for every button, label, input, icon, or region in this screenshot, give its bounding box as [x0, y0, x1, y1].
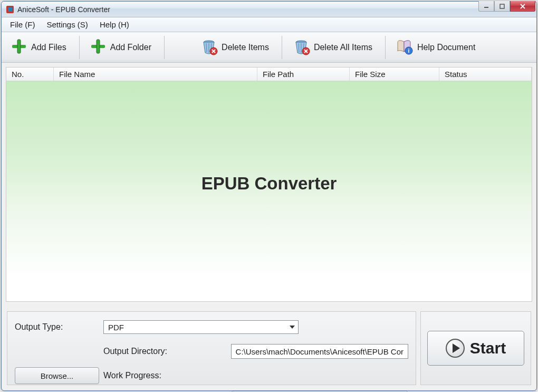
- output-dir-value: C:\Users\mach\Documents\Anicesoft\EPUB C…: [236, 347, 404, 356]
- watermark-text: EPUB Converter: [201, 173, 337, 193]
- output-type-label: Output Type:: [15, 322, 99, 332]
- chevron-down-icon: [290, 326, 295, 329]
- column-file-size[interactable]: File Size: [350, 68, 439, 81]
- main-area: No. File Name File Path File Size Status…: [2, 63, 536, 306]
- add-folder-label: Add Folder: [110, 43, 151, 52]
- output-type-select[interactable]: PDF: [103, 320, 299, 334]
- play-icon: [446, 339, 465, 358]
- svg-text:i: i: [408, 48, 410, 54]
- window-title: AniceSoft - EPUB Converter: [17, 5, 110, 14]
- start-button[interactable]: Start: [427, 331, 524, 366]
- toolbar-separator: [282, 36, 282, 59]
- add-files-button[interactable]: Add Files: [7, 35, 73, 60]
- svg-rect-5: [12, 45, 26, 48]
- maximize-icon: [499, 4, 505, 9]
- help-document-button[interactable]: i Help Document: [392, 35, 482, 60]
- progress-label: Work Progress:: [103, 371, 227, 380]
- menu-file[interactable]: File (F): [5, 18, 41, 31]
- window-controls: [478, 1, 535, 12]
- minimize-icon: [484, 4, 489, 9]
- svg-rect-3: [500, 4, 504, 8]
- column-status[interactable]: Status: [439, 68, 532, 81]
- browse-label: Browse...: [41, 371, 74, 380]
- toolbar-separator: [79, 36, 80, 59]
- toolbar-separator: [164, 36, 165, 59]
- plus-icon: [89, 37, 107, 58]
- add-files-label: Add Files: [31, 43, 66, 52]
- delete-all-label: Delete All Items: [314, 43, 372, 52]
- help-document-label: Help Document: [417, 43, 475, 52]
- svg-rect-2: [484, 7, 488, 8]
- column-file-path[interactable]: File Path: [257, 68, 350, 81]
- plus-icon: [10, 37, 28, 58]
- toolbar-separator: [385, 36, 386, 59]
- output-type-value: PDF: [108, 323, 124, 332]
- close-icon: [520, 4, 526, 9]
- file-list: No. File Name File Path File Size Status…: [6, 67, 532, 302]
- svg-rect-1: [8, 7, 12, 12]
- output-dir-label: Output Directory:: [103, 347, 227, 356]
- book-info-icon: i: [395, 37, 414, 58]
- output-panel: Output Type: PDF Output Directory: C:\Us…: [7, 311, 416, 385]
- titlebar: AniceSoft - EPUB Converter: [2, 2, 536, 17]
- menu-help[interactable]: Help (H): [94, 18, 134, 31]
- svg-rect-8: [91, 45, 105, 48]
- trash-delete-icon: [199, 37, 218, 58]
- delete-all-button[interactable]: Delete All Items: [289, 35, 379, 60]
- list-header: No. File Name File Path File Size Status: [6, 68, 532, 81]
- app-icon: [6, 5, 14, 14]
- start-panel: Start: [420, 311, 531, 385]
- start-label: Start: [470, 339, 506, 357]
- menubar: File (F) Settings (S) Help (H): [2, 17, 536, 32]
- minimize-button[interactable]: [478, 1, 494, 12]
- menu-settings[interactable]: Settings (S): [42, 18, 93, 31]
- browse-button[interactable]: Browse...: [15, 367, 99, 384]
- delete-items-button[interactable]: Delete Items: [196, 35, 275, 60]
- column-no[interactable]: No.: [6, 68, 54, 81]
- trash-delete-icon: [292, 37, 311, 58]
- output-dir-input[interactable]: C:\Users\mach\Documents\Anicesoft\EPUB C…: [231, 344, 408, 359]
- column-file-name[interactable]: File Name: [54, 68, 257, 81]
- bottom-pane: Output Type: PDF Output Directory: C:\Us…: [2, 306, 536, 390]
- delete-items-label: Delete Items: [222, 43, 269, 52]
- app-window: AniceSoft - EPUB Converter File (F) Sett…: [1, 1, 537, 391]
- toolbar: Add Files Add Folder: [2, 32, 536, 63]
- maximize-button[interactable]: [494, 1, 510, 12]
- close-button[interactable]: [510, 1, 535, 12]
- add-folder-button[interactable]: Add Folder: [86, 35, 158, 60]
- list-body[interactable]: EPUB Converter: [6, 81, 532, 301]
